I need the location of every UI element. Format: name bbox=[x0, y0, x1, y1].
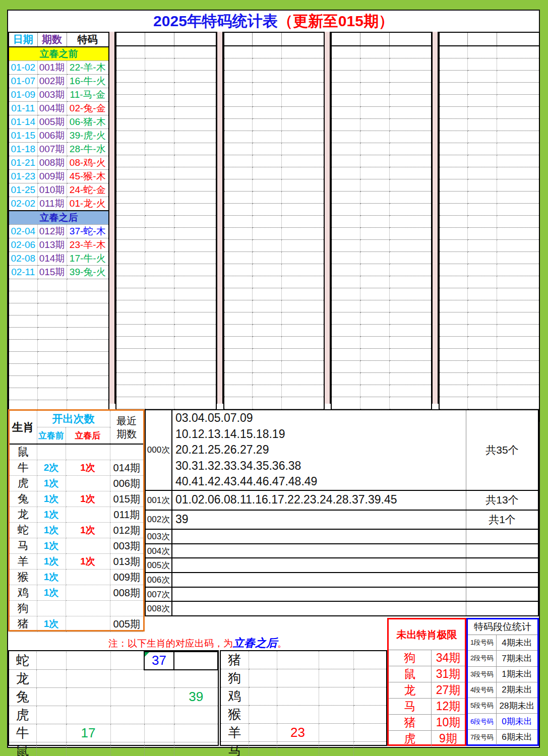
draw-period: 006期 bbox=[37, 129, 67, 143]
segment-label: 1段号码 bbox=[468, 635, 497, 651]
empty-grid-row bbox=[224, 349, 324, 361]
count-before: 1次 bbox=[37, 491, 66, 507]
empty-grid-row bbox=[331, 349, 432, 361]
frequency-numbers-line: 20.21.25.26.27.29 bbox=[175, 442, 466, 458]
frequency-total bbox=[466, 558, 538, 573]
spreadsheet-page: 2025年特码统计表（更新至015期） 日期 期数 特码 立春之前 01-02 … bbox=[0, 0, 548, 756]
count-after: 1次 bbox=[66, 523, 110, 538]
frequency-row: 005次 bbox=[146, 558, 538, 573]
empty-grid-row bbox=[331, 155, 432, 167]
frequency-label: 002次 bbox=[146, 510, 172, 530]
zodiac-label: 兔 bbox=[9, 688, 36, 706]
draw-date: 01-18 bbox=[9, 143, 37, 156]
bottom-grid-row: 马 bbox=[221, 742, 386, 756]
grid-cell bbox=[144, 742, 174, 756]
missing-zodiac-row: 狗 34期 bbox=[389, 650, 465, 666]
count-after bbox=[66, 538, 110, 554]
draw-period: 013期 bbox=[37, 238, 67, 252]
empty-grid-row bbox=[439, 361, 539, 373]
grid-cell bbox=[319, 706, 353, 724]
zodiac-label: 牛 bbox=[9, 724, 36, 742]
grid-cell bbox=[353, 669, 386, 687]
empty-grid-row bbox=[116, 228, 216, 240]
frequency-label: 003次 bbox=[146, 529, 172, 544]
draw-period: 009期 bbox=[37, 170, 67, 183]
empty-group-header bbox=[439, 32, 539, 46]
header-recent: 最近 期数 bbox=[110, 411, 143, 444]
grid-cell bbox=[277, 742, 319, 756]
draw-period: 004期 bbox=[37, 102, 67, 115]
empty-draw-row bbox=[9, 388, 109, 400]
segment-row: 1段号码 4期未出 bbox=[468, 635, 537, 651]
frequency-numbers-line: 40.41.42.43.44.46.47.48.49 bbox=[175, 474, 466, 490]
zodiac-name: 鼠 bbox=[10, 444, 37, 460]
count-before bbox=[37, 601, 66, 616]
zodiac-label: 鸡 bbox=[221, 687, 249, 706]
empty-draw-row bbox=[9, 364, 109, 376]
page-title: 2025年特码统计表（更新至015期） bbox=[8, 11, 539, 32]
draw-date: 02-02 bbox=[9, 197, 37, 211]
grid-cell: 37 bbox=[144, 652, 174, 670]
draw-code: 23-羊-木 bbox=[67, 238, 109, 252]
count-after: 1次 bbox=[66, 460, 110, 476]
empty-grid-row bbox=[331, 312, 432, 325]
count-before: 1次 bbox=[37, 554, 66, 570]
missing-zodiac-periods: 10期 bbox=[432, 715, 465, 731]
empty-grid-row bbox=[439, 71, 539, 83]
empty-grid-row bbox=[439, 95, 539, 107]
draw-row: 01-11 004期 02-兔-金 bbox=[9, 102, 109, 115]
draw-date: 01-21 bbox=[9, 156, 37, 170]
empty-grid-row bbox=[331, 252, 432, 264]
empty-grid-row bbox=[331, 288, 432, 300]
draw-date: 01-25 bbox=[9, 183, 37, 197]
frequency-label: 007次 bbox=[146, 587, 172, 602]
header-recent-line1: 最近 bbox=[110, 414, 144, 427]
grid-cell bbox=[249, 669, 277, 687]
draw-row: 01-18 007期 28-牛-水 bbox=[9, 143, 109, 156]
missing-zodiac-periods: 12期 bbox=[432, 699, 465, 715]
empty-grid-row bbox=[224, 58, 324, 71]
zodiac-stats-row: 龙 1次 011期 bbox=[10, 507, 143, 523]
recent-period: 006期 bbox=[110, 476, 143, 491]
grid-cell bbox=[36, 724, 66, 742]
empty-grid-row bbox=[224, 95, 324, 107]
empty-grid-row bbox=[439, 312, 539, 325]
header-period: 期数 bbox=[37, 32, 67, 47]
zodiac-stats-row: 鼠 bbox=[10, 444, 143, 460]
frequency-row: 001次 01.02.06.08.11.16.17.22.23.24.28.37… bbox=[146, 490, 538, 510]
empty-grid-row bbox=[224, 204, 324, 216]
section-after-row: 立春之后 bbox=[9, 211, 109, 225]
draw-code: 39-虎-火 bbox=[67, 129, 109, 143]
header-before-lichun: 立春前 bbox=[37, 427, 66, 445]
bottom-grid-row: 狗 bbox=[221, 669, 386, 687]
empty-grid-row bbox=[439, 216, 539, 228]
empty-grid-row bbox=[439, 397, 539, 409]
draw-period: 014期 bbox=[37, 252, 67, 266]
empty-grid-row bbox=[116, 276, 216, 288]
empty-grid-row bbox=[224, 83, 324, 95]
empty-grid-row bbox=[331, 131, 432, 143]
column-separator-bar bbox=[108, 32, 115, 404]
column-separator-bar bbox=[432, 32, 439, 404]
empty-grid-row bbox=[331, 337, 432, 349]
grid-cell bbox=[277, 687, 319, 706]
missing-zodiac-periods: 34期 bbox=[432, 650, 465, 666]
grid-cell bbox=[319, 651, 353, 669]
section-before-label: 立春之前 bbox=[9, 47, 109, 61]
bottom-grid-row: 猪 bbox=[221, 651, 386, 669]
draw-row: 01-14 005期 06-猪-木 bbox=[9, 115, 109, 129]
recent-period: 003期 bbox=[110, 538, 143, 554]
zodiac-stats-row: 猪 1次 005期 bbox=[10, 616, 143, 632]
frequency-numbers: 39 bbox=[172, 510, 466, 530]
zodiac-label: 龙 bbox=[9, 670, 36, 688]
empty-column-group bbox=[331, 32, 432, 422]
empty-grid-row bbox=[439, 192, 539, 204]
empty-grid-row bbox=[224, 155, 324, 167]
bottom-grid-row: 猴 bbox=[221, 706, 386, 724]
draw-date: 02-11 bbox=[9, 266, 37, 279]
frequency-label: 008次 bbox=[146, 601, 172, 615]
segment-row: 4段号码 2期未出 bbox=[468, 682, 537, 698]
empty-grid-row bbox=[116, 131, 216, 143]
header-recent-line2: 期数 bbox=[110, 427, 144, 440]
zodiac-stats-row: 兔 1次 1次 015期 bbox=[10, 491, 143, 507]
